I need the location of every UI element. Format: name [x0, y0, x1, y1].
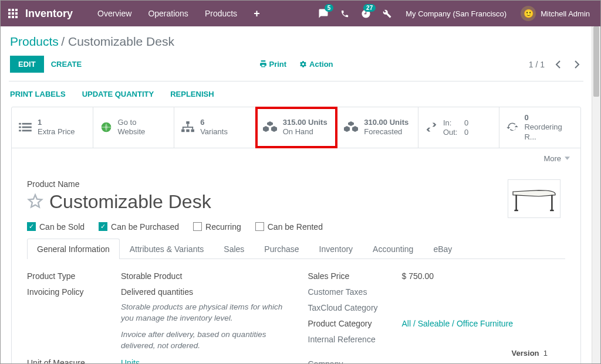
more-button[interactable]: More [543, 154, 570, 163]
recurring-checkbox[interactable]: Recurring [193, 222, 241, 232]
messages-badge: 5 [325, 4, 334, 12]
breadcrumb-parent[interactable]: Products [10, 35, 59, 48]
svg-rect-4 [12, 12, 14, 15]
update-quantity-button[interactable]: UPDATE QUANTITY [82, 90, 154, 98]
stat-on-hand[interactable]: 315.00 UnitsOn Hand [256, 107, 337, 148]
tab-sales[interactable]: Sales [214, 239, 254, 259]
svg-rect-6 [8, 16, 11, 18]
can-be-purchased-checkbox[interactable]: ✓Can be Purchased [99, 222, 179, 232]
edit-button[interactable]: EDIT [10, 56, 44, 73]
avatar: 🙂 [521, 6, 536, 21]
favorite-star[interactable] [27, 193, 43, 210]
svg-rect-22 [183, 127, 193, 128]
svg-rect-5 [15, 12, 18, 15]
tab-general[interactable]: General Information [27, 239, 120, 259]
version-row: Version 1 [308, 349, 566, 358]
nav-products[interactable]: Products [197, 9, 245, 18]
user-name: Mitchell Admin [541, 9, 590, 18]
stat-forecasted[interactable]: 310.00 UnitsForecasted [337, 107, 418, 148]
uom-value[interactable]: Units [121, 356, 285, 364]
svg-rect-24 [192, 127, 193, 130]
svg-rect-18 [181, 130, 184, 132]
apps-icon[interactable] [5, 6, 21, 21]
wrench-icon [383, 9, 391, 18]
stat-extra-price[interactable]: 1Extra Price [12, 107, 93, 148]
product-card: 1Extra Price Go toWebsite 6Variants 315.… [11, 107, 581, 364]
cubes-icon [263, 121, 277, 133]
stat-variants[interactable]: 6Variants [174, 107, 256, 148]
sales-price-label: Sales Price [308, 270, 402, 281]
activities-button[interactable]: 27 [355, 1, 377, 26]
nav-plus-icon[interactable]: + [245, 8, 268, 20]
checkbox-row: ✓Can be Sold ✓Can be Purchased Recurring… [27, 222, 565, 232]
scroll-thumb[interactable] [593, 26, 599, 97]
help-storable: Storable products are physical items for… [121, 301, 285, 324]
svg-rect-13 [19, 130, 21, 132]
activities-badge: 27 [363, 4, 376, 12]
stat-website[interactable]: Go toWebsite [93, 107, 175, 148]
print-labels-button[interactable]: PRINT LABELS [10, 90, 66, 98]
breadcrumb-current: Customizable Desk [68, 35, 174, 48]
svg-rect-10 [22, 123, 32, 125]
gear-icon [299, 60, 307, 68]
internal-ref-label: Internal Reference [308, 333, 402, 344]
can-be-sold-checkbox[interactable]: ✓Can be Sold [27, 222, 85, 232]
nav-operations[interactable]: Operations [140, 9, 196, 18]
svg-rect-1 [12, 9, 14, 11]
stat-in-out[interactable]: In:0 Out:0 [418, 107, 500, 148]
tab-ebay[interactable]: eBay [423, 239, 462, 259]
svg-rect-16 [101, 127, 111, 128]
globe-icon [100, 121, 112, 133]
svg-rect-21 [187, 124, 188, 127]
customer-taxes-label: Customer Taxes [308, 285, 402, 297]
tab-inventory[interactable]: Inventory [309, 239, 363, 259]
list-icon [19, 122, 32, 132]
tab-accounting[interactable]: Accounting [363, 239, 423, 259]
phone-button[interactable] [335, 1, 355, 26]
nav-overview[interactable]: Overview [89, 9, 140, 18]
product-title: Customizable Desk [49, 191, 211, 213]
stat-row: 1Extra Price Go toWebsite 6Variants 315.… [12, 107, 580, 148]
svg-rect-17 [186, 121, 189, 124]
replenish-button[interactable]: REPLENISH [170, 90, 214, 98]
company-selector[interactable]: My Company (San Francisco) [397, 9, 515, 18]
can-be-rented-checkbox[interactable]: Can be Rented [255, 222, 323, 232]
product-name-label: Product Name [27, 179, 565, 189]
print-button[interactable]: Print [259, 60, 286, 69]
svg-rect-14 [22, 130, 32, 132]
pager-prev[interactable] [553, 58, 563, 71]
product-image[interactable] [508, 179, 561, 218]
invoicing-policy-value: Delivered quantities [121, 285, 285, 297]
phone-icon [340, 9, 349, 18]
pager-text[interactable]: 1 / 1 [529, 60, 545, 69]
stat-reordering[interactable]: 0Reordering R... [499, 107, 580, 148]
chevron-left-icon [555, 60, 561, 69]
svg-rect-7 [12, 16, 14, 18]
svg-rect-23 [183, 127, 184, 130]
print-icon [259, 60, 266, 68]
svg-rect-0 [8, 9, 11, 11]
svg-rect-19 [186, 130, 189, 132]
svg-rect-20 [191, 130, 194, 132]
product-category-label: Product Category [308, 317, 402, 328]
sales-price-value: $ 750.00 [402, 270, 566, 281]
sitemap-icon [181, 121, 194, 133]
action-button[interactable]: Action [299, 60, 333, 69]
pager-next[interactable] [572, 58, 582, 71]
app-brand[interactable]: Inventory [25, 8, 73, 20]
quick-actions: PRINT LABELS UPDATE QUANTITY REPLENISH [1, 87, 592, 107]
toolbar: EDIT CREATE Print Action 1 / 1 [1, 52, 592, 81]
tab-purchase[interactable]: Purchase [254, 239, 309, 259]
svg-rect-9 [19, 123, 21, 125]
product-category-value[interactable]: All / Saleable / Office Furniture [402, 317, 566, 328]
taxcloud-label: TaxCloud Category [308, 301, 402, 312]
scrollbar[interactable] [592, 26, 600, 364]
svg-rect-8 [15, 16, 18, 18]
messages-button[interactable]: 5 [312, 1, 335, 26]
user-menu[interactable]: 🙂 Mitchell Admin [515, 6, 596, 21]
breadcrumb-sep: / [61, 35, 68, 48]
tab-attributes[interactable]: Attributes & Variants [120, 239, 214, 259]
tabs: General Information Attributes & Variant… [27, 239, 565, 259]
create-button[interactable]: CREATE [51, 60, 82, 69]
debug-button[interactable] [377, 1, 397, 26]
